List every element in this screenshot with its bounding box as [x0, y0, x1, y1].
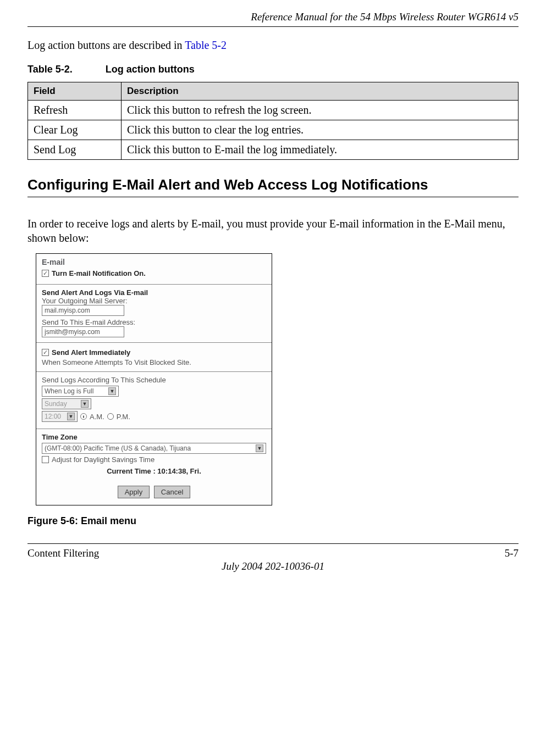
table-row: Clear Log Click this button to clear the… — [28, 120, 519, 140]
turn-on-checkbox[interactable]: ✓ — [42, 270, 49, 277]
table-caption-title: Log action buttons — [106, 64, 195, 75]
intro-text: Log action buttons are described in Tabl… — [27, 39, 519, 52]
th-field: Field — [28, 82, 122, 101]
pm-label: P.M. — [117, 413, 130, 421]
section-heading: Configuring E-Mail Alert and Web Access … — [27, 176, 519, 197]
table-row: Refresh Click this button to refresh the… — [28, 101, 519, 120]
alert-when-text: When Someone Attempts To Visit Blocked S… — [42, 358, 266, 366]
cell-field: Refresh — [28, 101, 122, 120]
schedule-select-value: When Log is Full — [45, 387, 93, 395]
schedule-select[interactable]: When Log is Full ▼ — [42, 386, 119, 397]
cell-desc: Click this button to clear the log entri… — [122, 120, 519, 140]
tz-select-value: (GMT-08:00) Pacific Time (US & Canada), … — [45, 444, 191, 452]
send-section-title: Send Alert And Logs Via E-mail — [42, 288, 266, 297]
alert-immediate-label: Send Alert Immediately — [52, 348, 130, 357]
day-select[interactable]: Sunday ▼ — [42, 398, 91, 409]
button-bar: Apply Cancel — [36, 480, 272, 505]
outgoing-server-input[interactable] — [42, 305, 124, 316]
doc-header: Reference Manual for the 54 Mbps Wireles… — [27, 11, 519, 27]
table-row: Send Log Click this button to E-mail the… — [28, 140, 519, 160]
panel-title: E-mail — [42, 258, 266, 266]
sendto-label: Send To This E-mail Address: — [42, 318, 266, 326]
footer-left: Content Filtering — [27, 547, 99, 559]
pm-radio[interactable] — [107, 413, 114, 420]
dst-label: Adjust for Daylight Savings Time — [52, 455, 155, 464]
th-description: Description — [122, 82, 519, 101]
dst-checkbox[interactable] — [42, 456, 49, 463]
table-caption-num: Table 5-2. — [27, 64, 73, 75]
cell-desc: Click this button to E-mail the log imme… — [122, 140, 519, 160]
cell-desc: Click this button to refresh the log scr… — [122, 101, 519, 120]
cell-field: Send Log — [28, 140, 122, 160]
chevron-down-icon: ▼ — [256, 444, 263, 452]
table-ref-link[interactable]: Table 5-2 — [185, 39, 227, 51]
am-radio[interactable] — [80, 413, 87, 420]
day-select-value: Sunday — [45, 400, 67, 408]
am-label: A.M. — [90, 413, 104, 421]
cancel-button[interactable]: Cancel — [154, 486, 190, 498]
time-select[interactable]: 12:00 ▼ — [42, 411, 78, 422]
current-time: Current Time : 10:14:38, Fri. — [42, 467, 266, 475]
table-header-row: Field Description — [28, 82, 519, 101]
section-paragraph: In order to receive logs and alerts by E… — [27, 216, 519, 245]
footer-right: 5-7 — [505, 547, 519, 559]
tz-select[interactable]: (GMT-08:00) Pacific Time (US & Canada), … — [42, 443, 266, 454]
table-caption: Table 5-2. Log action buttons — [27, 64, 519, 75]
email-panel: E-mail ✓ Turn E-mail Notification On. Se… — [36, 253, 272, 505]
alert-immediate-checkbox[interactable]: ✓ — [42, 349, 49, 356]
footer-date: July 2004 202-10036-01 — [27, 560, 519, 572]
page-footer: Content Filtering 5-7 — [27, 543, 519, 559]
sendto-input[interactable] — [42, 326, 124, 337]
schedule-label: Send Logs According To This Schedule — [42, 376, 266, 384]
intro-prefix: Log action buttons are described in — [27, 39, 185, 51]
tz-title: Time Zone — [42, 433, 266, 441]
log-action-table: Field Description Refresh Click this but… — [27, 82, 519, 160]
chevron-down-icon: ▼ — [81, 400, 89, 408]
time-select-value: 12:00 — [45, 413, 61, 420]
figure-caption: Figure 5-6: Email menu — [27, 515, 519, 527]
apply-button[interactable]: Apply — [118, 486, 150, 498]
turn-on-label: Turn E-mail Notification On. — [52, 269, 146, 277]
cell-field: Clear Log — [28, 120, 122, 140]
chevron-down-icon: ▼ — [67, 413, 75, 420]
chevron-down-icon: ▼ — [108, 387, 116, 395]
outgoing-label: Your Outgoing Mail Server: — [42, 297, 266, 305]
